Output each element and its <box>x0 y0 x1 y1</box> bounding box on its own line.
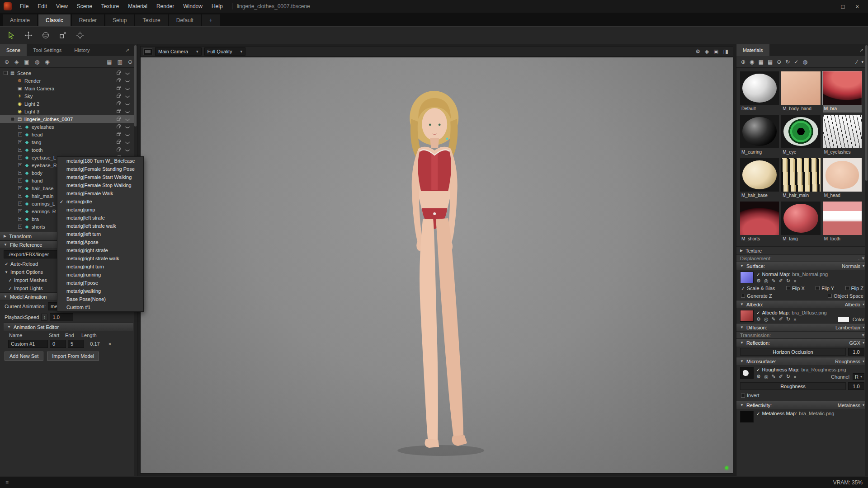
rotate-tool-icon[interactable] <box>39 28 52 42</box>
undock-icon[interactable]: ↗ <box>121 44 134 56</box>
roughness-map-thumbnail[interactable] <box>740 367 754 379</box>
material-item[interactable]: M_tang <box>781 202 820 243</box>
gear-icon[interactable]: ⚙ <box>756 374 761 380</box>
playback-speed-field[interactable]: 1.0 <box>50 313 73 321</box>
visibility-icon[interactable] <box>125 95 130 98</box>
playback-stepper[interactable]: ↕ <box>41 314 47 321</box>
material-thumbnail[interactable] <box>781 115 820 148</box>
layers-icon[interactable]: ▥ <box>118 59 123 65</box>
chevron-down-icon[interactable]: ▾ <box>863 403 864 407</box>
metalness-map-thumbnail[interactable] <box>740 411 754 422</box>
tree-expander[interactable]: + <box>18 140 22 144</box>
tree-expander[interactable]: + <box>18 171 22 175</box>
quality-select[interactable]: Full Quality ▾ <box>204 47 246 56</box>
reload-icon[interactable]: ↻ <box>786 316 790 322</box>
material-ball-icon[interactable]: ◉ <box>45 59 49 65</box>
animation-menu-item[interactable]: ✓ metarig|idle <box>57 197 143 206</box>
scene-tree-row[interactable]: + ◆ tang <box>0 138 137 146</box>
set-start-field[interactable]: 0 <box>50 340 66 348</box>
animation-menu-item[interactable]: ✓ metarig|Female Walk <box>57 189 143 197</box>
material-thumbnail[interactable] <box>781 202 820 235</box>
tree-expander[interactable] <box>11 94 15 98</box>
chevron-down-icon[interactable]: ▾ <box>863 359 864 363</box>
material-sphere-icon[interactable]: ◉ <box>750 59 754 65</box>
add-material-icon[interactable]: ⊕ <box>741 59 745 65</box>
paint-icon[interactable]: ✎ <box>771 374 775 380</box>
horizon-occlusion-slider[interactable]: Horizon Occlusion <box>740 348 846 356</box>
more-dropdown-icon[interactable]: ▾ <box>861 60 863 64</box>
displacement-section-header[interactable]: Displacement: - ▾ <box>736 254 868 262</box>
tree-expander[interactable] <box>11 86 15 90</box>
menu-item[interactable]: Render <box>152 0 179 13</box>
scale-tool-icon[interactable] <box>56 28 70 42</box>
material-thumbnail[interactable] <box>781 158 820 192</box>
animation-menu-item[interactable]: ✓ metarig|right strafe <box>57 246 143 254</box>
albedo-map-thumbnail[interactable] <box>740 310 754 322</box>
roughness-value-field[interactable]: 1.0 <box>848 382 864 390</box>
checker-icon[interactable]: ▦ <box>759 59 764 65</box>
animation-menu-item[interactable]: ✓ metarig|Apose <box>57 238 143 246</box>
tree-expander[interactable]: + <box>18 186 22 190</box>
tree-expander[interactable]: + <box>18 209 22 213</box>
add-object-icon[interactable]: ⊕ <box>5 59 9 65</box>
select-tool-icon[interactable] <box>5 28 18 42</box>
visibility-icon[interactable] <box>125 80 130 82</box>
delete-set-button[interactable]: × <box>106 341 114 347</box>
lock-icon[interactable] <box>117 110 120 113</box>
albedo-map-enabled-check[interactable]: ✓ <box>756 310 760 315</box>
close-button[interactable]: × <box>855 3 859 10</box>
gear-icon[interactable]: ⚙ <box>756 278 761 284</box>
tree-expander[interactable]: - <box>11 117 15 121</box>
material-item[interactable]: M_shorts <box>740 202 779 243</box>
animation-menu-item[interactable]: ✓ metarig|Female Standing Pose <box>57 165 143 173</box>
gear-icon[interactable]: ⚙ <box>756 316 761 322</box>
animation-menu-item[interactable]: ✓ metarig|left strafe <box>57 214 143 222</box>
scene-tree-row[interactable]: ▣ Main Camera <box>0 84 137 92</box>
workspace-tab[interactable]: + <box>202 14 220 26</box>
menu-item[interactable]: Window <box>179 0 207 13</box>
visibility-icon[interactable] <box>125 103 130 105</box>
viewport-settings-icon[interactable]: ⚙ <box>695 48 700 55</box>
zoom-icon[interactable]: ◎ <box>764 278 769 284</box>
surface-checkbox[interactable]: Flip Y <box>816 286 834 291</box>
materials-title-tab[interactable]: Materials <box>736 44 769 56</box>
albedo-section-header[interactable]: ▼ Albedo: Albedo ▾ <box>736 300 868 308</box>
lock-icon[interactable] <box>117 103 120 105</box>
chevron-down-icon[interactable]: ▾ <box>863 264 864 268</box>
scene-tree-row[interactable]: ☀ Sky <box>0 92 137 100</box>
material-thumbnail[interactable] <box>740 158 779 192</box>
visibility-icon[interactable] <box>125 110 130 113</box>
clear-icon[interactable]: × <box>793 278 796 284</box>
material-thumbnail[interactable] <box>740 71 779 105</box>
lock-icon[interactable] <box>117 72 120 75</box>
reflectivity-section-header[interactable]: ▼ Reflectivity: Metalness ▾ <box>736 401 868 409</box>
material-thumbnail[interactable] <box>823 115 862 148</box>
import-from-model-button[interactable]: Import From Model <box>47 352 99 361</box>
scene-tree-row[interactable]: ⚙ Render <box>0 77 137 84</box>
material-item[interactable]: M_body_hand <box>781 71 820 113</box>
scene-tree-row[interactable]: + ◆ head <box>0 131 137 138</box>
edit-icon[interactable]: ✐ <box>779 278 783 284</box>
animation-menu-item[interactable]: ✓ metarig|Female Start Walking <box>57 173 143 181</box>
material-thumbnail[interactable] <box>823 202 862 235</box>
menu-item[interactable]: Edit <box>33 0 52 13</box>
chevron-down-icon[interactable]: ▾ <box>863 325 864 329</box>
animation-menu-item[interactable]: ✓ metarig|left turn <box>57 230 143 238</box>
tree-expander[interactable]: + <box>18 148 22 152</box>
material-item[interactable]: M_hair_base <box>740 158 779 199</box>
pivot-tool-icon[interactable] <box>73 28 87 42</box>
tree-expander[interactable]: + <box>18 178 22 183</box>
tree-expander[interactable]: + <box>18 132 22 136</box>
menu-item[interactable]: View <box>52 0 72 13</box>
diffusion-section-header[interactable]: ▼ Diffusion: Lambertian ▾ <box>736 323 868 331</box>
menu-item[interactable]: File <box>15 0 33 13</box>
visibility-icon[interactable] <box>125 72 130 75</box>
viewport-3d-view[interactable] <box>140 57 733 474</box>
material-thumbnail[interactable] <box>781 71 820 105</box>
world-icon[interactable]: ◍ <box>35 59 39 65</box>
tree-expander[interactable]: - <box>4 71 8 75</box>
zoom-icon[interactable]: ◎ <box>764 316 769 322</box>
tree-expander[interactable]: + <box>18 202 22 206</box>
viewport-capture-icon[interactable]: ◈ <box>705 48 709 55</box>
channel-select[interactable]: R ▾ <box>853 373 864 380</box>
